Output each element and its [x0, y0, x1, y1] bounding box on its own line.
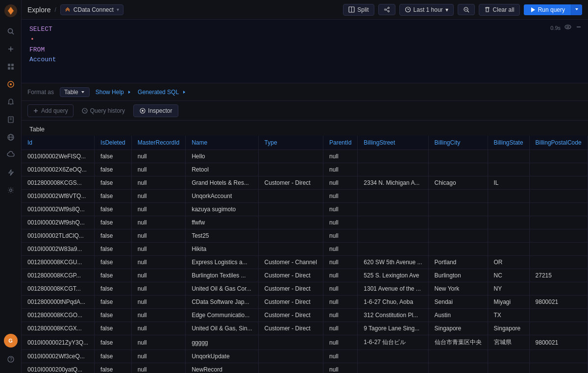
- page-title: Explore: [27, 6, 50, 14]
- table-row: 0012800008KCGP...falsenullBurlington Tex…: [22, 269, 588, 282]
- sidebar-icon-help[interactable]: ?: [3, 351, 19, 367]
- table-cell: Miyagi: [488, 296, 529, 309]
- table-cell: null: [323, 296, 357, 309]
- col-header-id[interactable]: Id: [22, 136, 95, 150]
- table-cell: null: [131, 335, 185, 350]
- format-select-dropdown[interactable]: Table: [60, 87, 90, 97]
- col-header-name[interactable]: Name: [186, 136, 258, 150]
- table-cell: United Oil & Gas Cor...: [186, 282, 258, 296]
- query-editor[interactable]: SELECT • FROM Account 0.9s: [22, 20, 588, 83]
- split-button[interactable]: Split: [343, 4, 374, 16]
- format-bar: Format as Table Show Help Generated SQL: [22, 83, 588, 101]
- table-cell: [258, 190, 323, 203]
- table-cell: null: [323, 309, 357, 322]
- col-header-billingcity[interactable]: BillingCity: [428, 136, 488, 150]
- col-header-masterrecordid[interactable]: MasterRecordId: [131, 136, 185, 150]
- table-cell: Portland: [428, 256, 488, 269]
- sidebar-icon-add[interactable]: [3, 41, 19, 57]
- svg-line-32: [467, 11, 469, 12]
- table-cell: null: [131, 150, 185, 163]
- add-query-tab[interactable]: Add query: [27, 104, 74, 117]
- table-cell: null: [131, 296, 185, 309]
- sidebar-icon-grid[interactable]: [3, 59, 19, 75]
- svg-point-46: [142, 110, 144, 112]
- breadcrumb-selector[interactable]: CData Connect ▾: [60, 4, 123, 15]
- sidebar-icon-explore[interactable]: [3, 76, 19, 92]
- run-query-button[interactable]: Run query: [524, 4, 571, 15]
- table-cell: [258, 203, 323, 216]
- table-cell: IL: [488, 176, 529, 190]
- col-header-billingpostalcode[interactable]: BillingPostalCode: [529, 136, 588, 150]
- table-cell: [358, 203, 428, 216]
- table-cell: Customer - Direct: [258, 296, 323, 309]
- clear-all-button[interactable]: Clear all: [479, 4, 520, 16]
- sidebar-icon-cloud[interactable]: [3, 147, 19, 163]
- col-header-type[interactable]: Type: [258, 136, 323, 150]
- table-row: 0012800008KCGT...falsenullUnited Oil & G…: [22, 282, 588, 296]
- table-cell: false: [95, 203, 132, 216]
- sidebar: G ?: [0, 0, 22, 373]
- col-header-billingstate[interactable]: BillingState: [488, 136, 529, 150]
- from-keyword: FROM: [29, 46, 45, 53]
- table-cell: [428, 363, 488, 373]
- format-table-option: Table: [64, 89, 78, 96]
- editor-content[interactable]: SELECT • FROM Account: [29, 25, 580, 65]
- svg-point-10: [10, 83, 12, 85]
- table-cell: [258, 363, 323, 373]
- table-cell: null: [131, 269, 185, 282]
- table-cell: UnqorkUpdate: [186, 350, 258, 363]
- table-cell: [258, 335, 323, 350]
- table-cell: [488, 229, 529, 243]
- col-header-parentid[interactable]: ParentId: [323, 136, 357, 150]
- minimize-icon[interactable]: [575, 24, 582, 32]
- table-cell: [428, 163, 488, 176]
- sidebar-icon-book[interactable]: [3, 112, 19, 127]
- table-cell: 0010I00002TLdClQ...: [22, 229, 95, 243]
- breadcrumb-label: CData Connect: [74, 6, 114, 13]
- show-help-link[interactable]: Show Help: [96, 89, 132, 96]
- table-cell: [529, 150, 588, 163]
- user-avatar[interactable]: G: [4, 334, 18, 348]
- time-range-button[interactable]: Last 1 hour ▾: [399, 4, 454, 16]
- app-logo[interactable]: [4, 4, 18, 18]
- table-cell: ggggg: [186, 335, 258, 350]
- table-cell: Sendai: [428, 296, 488, 309]
- table-cell: kazuya sugimoto: [186, 203, 258, 216]
- table-cell: 宮城県: [488, 335, 529, 350]
- table-cell: null: [323, 256, 357, 269]
- table-cell: [358, 150, 428, 163]
- table-cell: null: [131, 282, 185, 296]
- zoom-button[interactable]: [458, 4, 475, 15]
- add-query-icon: [33, 108, 39, 114]
- table-cell: United Oil & Gas, Sin...: [186, 322, 258, 335]
- sidebar-icon-settings[interactable]: [3, 182, 19, 198]
- query-history-tab[interactable]: Query history: [75, 104, 131, 117]
- table-cell: null: [131, 350, 185, 363]
- sidebar-icon-globe[interactable]: [3, 129, 19, 145]
- table-cell: [488, 350, 529, 363]
- col-header-billingstreet[interactable]: BillingStreet: [358, 136, 428, 150]
- table-cell: 0012800000tNPqdA...: [22, 296, 95, 309]
- table-cell: UnqorkAccount: [186, 190, 258, 203]
- table-cell: 0012800008KCGT...: [22, 282, 95, 296]
- share-button[interactable]: [378, 4, 395, 15]
- table-cell: null: [323, 243, 357, 256]
- sidebar-icon-bolt[interactable]: [3, 165, 19, 180]
- inspector-tab[interactable]: Inspector: [133, 104, 178, 117]
- table-cell: [529, 190, 588, 203]
- table-cell: null: [323, 350, 357, 363]
- sidebar-icon-search[interactable]: [3, 24, 19, 39]
- sidebar-icon-bell[interactable]: [3, 94, 19, 110]
- run-query-chevron[interactable]: [571, 4, 582, 15]
- col-header-isdeleted[interactable]: IsDeleted: [95, 136, 132, 150]
- generated-sql-link[interactable]: Generated SQL: [138, 89, 187, 96]
- eye-icon[interactable]: [564, 24, 571, 32]
- table-cell: [529, 176, 588, 190]
- table-cell: 0010I00002Wf9shQ...: [22, 216, 95, 229]
- svg-marker-34: [531, 7, 535, 12]
- table-cell: false: [95, 309, 132, 322]
- svg-point-25: [388, 11, 389, 12]
- table-cell: [358, 163, 428, 176]
- table-cell: Austin: [428, 309, 488, 322]
- table-cell: [529, 282, 588, 296]
